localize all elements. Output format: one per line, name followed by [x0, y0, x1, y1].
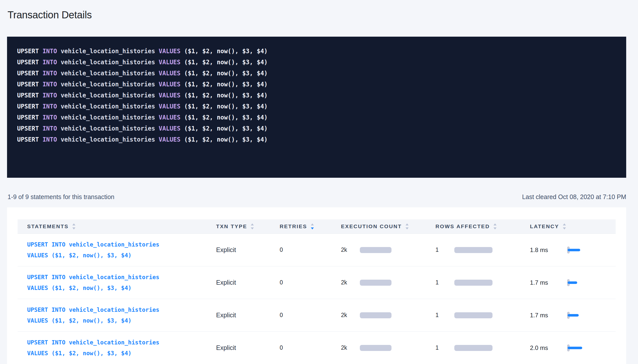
sql-statement-line: UPSERT INTO vehicle_location_histories V…: [17, 68, 616, 79]
statements-count-text: 1-9 of 9 statements for this transaction: [8, 193, 114, 201]
statement-link[interactable]: UPSERT INTO vehicle_location_historiesVA…: [27, 241, 159, 259]
latency-cell: 1.7 ms: [530, 312, 615, 319]
latency-bar: [568, 249, 580, 251]
column-header-execution-count[interactable]: EXECUTION COUNT: [341, 223, 435, 229]
column-header-rows-affected[interactable]: ROWS AFFECTED: [435, 223, 530, 229]
column-header-label: LATENCY: [530, 223, 559, 229]
execution-count-cell: 2k: [341, 344, 435, 351]
retries-cell: 0: [280, 312, 341, 319]
sort-desc-icon: [311, 227, 314, 229]
execution-count-cell: 2k: [341, 312, 435, 319]
last-cleared-text: Last cleared Oct 08, 2020 at 7:10 PM: [522, 193, 626, 201]
rows-affected-cell: 1: [435, 312, 530, 319]
sql-statement-line: UPSERT INTO vehicle_location_histories V…: [17, 134, 616, 145]
execution-count-bar: [360, 247, 391, 253]
execution-count-bar: [360, 312, 391, 318]
sort-desc-icon: [72, 227, 75, 229]
sort-asc-icon: [251, 223, 254, 225]
statement-link[interactable]: UPSERT INTO vehicle_location_historiesVA…: [27, 339, 159, 356]
rows-affected-bar: [454, 345, 493, 351]
sort-asc-icon: [406, 223, 409, 225]
statements-table-body: UPSERT INTO vehicle_location_historiesVA…: [18, 234, 616, 364]
sql-statement-line: UPSERT INTO vehicle_location_histories V…: [17, 57, 616, 68]
latency-bar: [568, 281, 577, 284]
sort-icon[interactable]: [251, 223, 254, 229]
statement-row: UPSERT INTO vehicle_location_historiesVA…: [18, 266, 616, 299]
txn-type-cell: Explicit: [216, 344, 280, 351]
retries-cell: 0: [280, 247, 341, 253]
rows-affected-bar: [454, 280, 493, 286]
sql-statement-line: UPSERT INTO vehicle_location_histories V…: [17, 123, 616, 134]
rows-affected-cell: 1: [435, 344, 530, 351]
statement-cell: UPSERT INTO vehicle_location_historiesVA…: [27, 239, 216, 261]
latency-cell: 1.8 ms: [530, 247, 615, 254]
statements-table-header: STATEMENTS TXN TYPE RETRIES EXECUTION CO…: [18, 219, 616, 234]
latency-value: 1.8 ms: [530, 247, 567, 254]
sort-icon[interactable]: [311, 223, 314, 229]
rows-affected-cell: 1: [435, 279, 530, 286]
rows-affected-value: 1: [435, 247, 454, 253]
sort-asc-icon: [563, 223, 566, 225]
statement-cell: UPSERT INTO vehicle_location_historiesVA…: [27, 272, 216, 293]
column-header-label: TXN TYPE: [216, 223, 247, 229]
column-header-latency[interactable]: LATENCY: [530, 223, 615, 229]
execution-count-value: 2k: [341, 247, 360, 253]
execution-count-value: 2k: [341, 279, 360, 286]
sql-statement-line: UPSERT INTO vehicle_location_histories V…: [17, 101, 616, 112]
sql-statement-line: UPSERT INTO vehicle_location_histories V…: [17, 112, 616, 123]
transaction-details-page: { "colors": { "accent_blue": "#1f87ff", …: [0, 0, 638, 364]
execution-count-value: 2k: [341, 312, 360, 319]
execution-count-bar: [360, 345, 391, 351]
statement-link[interactable]: UPSERT INTO vehicle_location_historiesVA…: [27, 307, 159, 324]
transaction-sql-box: UPSERT INTO vehicle_location_histories V…: [7, 37, 626, 178]
sort-desc-icon: [251, 227, 254, 229]
sort-icon[interactable]: [563, 223, 566, 229]
sort-asc-icon: [311, 223, 314, 225]
rows-affected-value: 1: [435, 344, 454, 351]
statement-row: UPSERT INTO vehicle_location_historiesVA…: [18, 332, 616, 364]
latency-value: 2.0 ms: [530, 344, 567, 351]
latency-value: 1.7 ms: [530, 279, 567, 286]
sort-icon[interactable]: [406, 223, 409, 229]
latency-chart: [567, 279, 587, 286]
txn-type-cell: Explicit: [216, 312, 280, 319]
retries-cell: 0: [280, 344, 341, 351]
statements-table: STATEMENTS TXN TYPE RETRIES EXECUTION CO…: [18, 219, 616, 364]
column-header-txn-type[interactable]: TXN TYPE: [216, 223, 280, 229]
statement-link[interactable]: UPSERT INTO vehicle_location_historiesVA…: [27, 274, 159, 291]
latency-cell: 1.7 ms: [530, 279, 615, 286]
statement-row: UPSERT INTO vehicle_location_historiesVA…: [18, 234, 616, 266]
execution-count-value: 2k: [341, 344, 360, 351]
page-title: Transaction Details: [8, 9, 92, 21]
sort-asc-icon: [72, 223, 75, 225]
statement-cell: UPSERT INTO vehicle_location_historiesVA…: [27, 305, 216, 326]
column-header-label: EXECUTION COUNT: [341, 223, 402, 229]
sort-desc-icon: [494, 227, 497, 229]
statement-cell: UPSERT INTO vehicle_location_historiesVA…: [27, 337, 216, 359]
rows-affected-value: 1: [435, 279, 454, 286]
column-header-statements[interactable]: STATEMENTS: [27, 223, 216, 229]
txn-type-cell: Explicit: [216, 279, 280, 286]
latency-bar: [568, 314, 579, 317]
sort-desc-icon: [563, 227, 566, 229]
latency-bar: [568, 347, 582, 349]
sort-desc-icon: [406, 227, 409, 229]
latency-chart: [567, 344, 587, 351]
column-header-retries[interactable]: RETRIES: [280, 223, 341, 229]
latency-chart: [567, 312, 587, 319]
statements-table-card: STATEMENTS TXN TYPE RETRIES EXECUTION CO…: [7, 207, 626, 364]
latency-chart: [567, 247, 587, 254]
execution-count-cell: 2k: [341, 247, 435, 253]
rows-affected-value: 1: [435, 312, 454, 319]
sql-statement-line: UPSERT INTO vehicle_location_histories V…: [17, 79, 616, 90]
txn-type-cell: Explicit: [216, 246, 280, 254]
sql-statement-line: UPSERT INTO vehicle_location_histories V…: [17, 90, 616, 101]
rows-affected-bar: [454, 247, 493, 253]
execution-count-bar: [360, 280, 391, 286]
column-header-label: STATEMENTS: [27, 223, 69, 229]
execution-count-cell: 2k: [341, 279, 435, 286]
statement-row: UPSERT INTO vehicle_location_historiesVA…: [18, 299, 616, 332]
sort-icon[interactable]: [72, 223, 75, 229]
rows-affected-cell: 1: [435, 247, 530, 253]
sort-icon[interactable]: [494, 223, 497, 229]
